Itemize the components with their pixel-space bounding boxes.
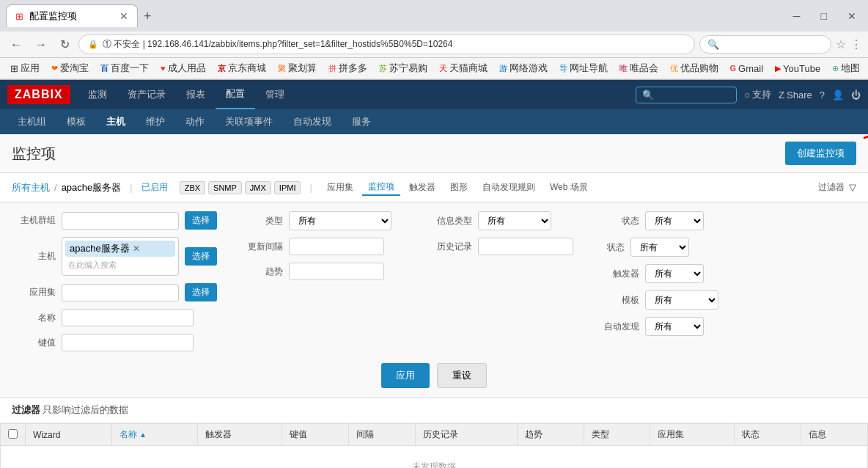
trigger-val-select[interactable]: 所有 [645, 264, 704, 283]
update-interval-input[interactable] [289, 238, 384, 255]
col-info[interactable]: 信息 [801, 424, 868, 446]
col-interval[interactable]: 间隔 [348, 424, 415, 446]
bookmark-baidu[interactable]: 百 百度一下 [96, 60, 153, 76]
col-keyval[interactable]: 键值 [282, 424, 349, 446]
col-wizard[interactable]: Wizard [26, 424, 112, 446]
type-select[interactable]: 所有 [289, 211, 391, 230]
reload-btn[interactable]: ↻ [56, 36, 74, 53]
topnav-item-config[interactable]: 配置 [216, 80, 255, 109]
appset-select-btn[interactable]: 选择 [185, 283, 217, 301]
bookmark-youpin[interactable]: 优 优品购物 [666, 60, 723, 76]
bookmark-label: 苏宁易购 [389, 62, 427, 75]
col-status[interactable]: 状态 [735, 424, 801, 446]
filter-toggle-icon[interactable]: ▽ [849, 182, 856, 193]
subnav-templates[interactable]: 模板 [56, 109, 96, 134]
subnav-maintenance[interactable]: 维护 [136, 109, 175, 134]
filter-action-row: 应用 重设 [12, 363, 856, 388]
filter-tab-ipmi[interactable]: IPMI [274, 181, 301, 194]
topnav-item-admin[interactable]: 管理 [255, 80, 295, 109]
bookmark-juhuasuan[interactable]: 聚 聚划算 [273, 60, 321, 76]
help-icon[interactable]: ? [820, 89, 825, 100]
maximize-btn[interactable]: □ [815, 9, 833, 23]
minimize-btn[interactable]: ─ [787, 9, 806, 23]
bookmark-map[interactable]: ⊕ 地图 [828, 60, 864, 76]
host-tag-close[interactable]: ✕ [133, 244, 140, 254]
browser-search-box[interactable]: 🔍 [699, 35, 831, 54]
trigger-select[interactable]: 所有 [630, 238, 689, 257]
history-input[interactable] [478, 238, 573, 255]
subnav-hostgroups[interactable]: 主机组 [7, 109, 56, 134]
topnav-item-monitoring[interactable]: 监测 [78, 80, 117, 109]
col-history[interactable]: 历史记录 [415, 424, 517, 446]
bookmark-adult[interactable]: ♥ 成人用品 [156, 60, 210, 76]
zabbix-logo[interactable]: ZABBIX [7, 85, 70, 104]
template-select[interactable]: 所有 [645, 290, 718, 310]
subnav-actions[interactable]: 动作 [175, 109, 215, 134]
status-select[interactable]: 所有 [645, 211, 704, 230]
breadcrumb-home[interactable]: 所有主机 [12, 181, 50, 194]
autodiscovery-select[interactable]: 所有 [645, 317, 704, 336]
appset-input[interactable] [62, 284, 179, 301]
col-name[interactable]: 名称 ▲ [111, 424, 198, 446]
bookmark-tmall[interactable]: 天 天猫商城 [435, 60, 492, 76]
subnav-autodiscovery[interactable]: 自动发现 [283, 109, 342, 134]
close-btn[interactable]: ✕ [842, 9, 862, 23]
topnav-search-input[interactable] [657, 89, 730, 100]
bookmark-jd[interactable]: 京 京东商城 [213, 60, 271, 76]
forward-btn[interactable]: → [31, 37, 51, 53]
back-btn[interactable]: ← [6, 37, 26, 53]
topnav-search-box[interactable]: 🔍 [636, 87, 737, 103]
nav-tab-autodiscovery-rules[interactable]: 自动发现规则 [477, 180, 541, 195]
col-appset[interactable]: 应用集 [650, 424, 735, 446]
subnav-services[interactable]: 服务 [342, 109, 381, 134]
nav-tab-web-scenes[interactable]: Web 场景 [544, 180, 594, 195]
host-group-input[interactable] [62, 212, 179, 230]
col-trend[interactable]: 趋势 [517, 424, 584, 446]
bookmark-aitaobao[interactable]: ❤ 爱淘宝 [47, 60, 93, 76]
share-btn[interactable]: Z Share [779, 89, 812, 100]
col-type[interactable]: 类型 [584, 424, 650, 446]
topnav-item-reports[interactable]: 报表 [176, 80, 216, 109]
host-select-btn[interactable]: 选择 [185, 247, 217, 266]
topnav-item-assets[interactable]: 资产记录 [117, 80, 176, 109]
subnav-hosts[interactable]: 主机 [96, 109, 136, 134]
filter-tab-jmx[interactable]: JMX [245, 181, 271, 194]
bookmark-youtube[interactable]: ▶ YouTube [770, 62, 825, 76]
tab-close-btn[interactable]: ✕ [119, 10, 128, 22]
reset-btn[interactable]: 重设 [437, 363, 487, 388]
apply-btn[interactable]: 应用 [381, 363, 430, 388]
status-tab-enabled[interactable]: 已启用 [141, 181, 168, 194]
filter-tab-snmp[interactable]: SNMP [208, 181, 242, 194]
bookmark-game[interactable]: 游 网络游戏 [495, 60, 552, 76]
nav-tab-triggers[interactable]: 触发器 [403, 180, 441, 195]
select-all-checkbox[interactable] [8, 429, 18, 439]
menu-icon[interactable]: ⋮ [850, 37, 862, 51]
support-btn[interactable]: ○ 支持 [744, 88, 771, 101]
info-type-select[interactable]: 所有 [478, 211, 551, 230]
name-input[interactable] [62, 309, 194, 326]
host-group-select-btn[interactable]: 选择 [185, 211, 217, 230]
power-icon[interactable]: ⏻ [851, 89, 861, 100]
nav-tab-appset[interactable]: 应用集 [321, 180, 359, 195]
bookmark-suning[interactable]: 苏 苏宁易购 [375, 60, 432, 76]
keyval-input[interactable] [62, 334, 194, 351]
filter-tab-zbx[interactable]: ZBX [180, 181, 205, 194]
col-checkbox[interactable] [1, 424, 26, 446]
address-bar[interactable]: 🔒 ① 不安全 | 192.168.46.141/zabbix/items.ph… [78, 34, 695, 54]
bookmark-vip[interactable]: 唯 唯品会 [615, 60, 663, 76]
trend-input[interactable] [289, 263, 384, 280]
new-tab-btn[interactable]: + [138, 6, 158, 27]
active-tab[interactable]: ⊞ 配置监控项 ✕ [6, 4, 138, 27]
bookmark-gmail[interactable]: G Gmail [726, 62, 768, 76]
nav-tab-monitor-items[interactable]: 监控项 [362, 179, 400, 196]
browser-search-input[interactable] [722, 40, 810, 50]
create-monitor-btn[interactable]: 创建监控项 [785, 142, 856, 165]
subnav-correlation[interactable]: 关联项事件 [215, 109, 283, 134]
bookmark-apps[interactable]: ⊞ 应用 [6, 60, 44, 76]
bookmark-star-icon[interactable]: ☆ [836, 37, 846, 51]
bookmark-nav[interactable]: 导 网址导航 [555, 60, 612, 76]
col-triggers[interactable]: 触发器 [198, 424, 282, 446]
user-icon[interactable]: 👤 [832, 89, 844, 100]
nav-tab-graphs[interactable]: 图形 [444, 180, 474, 195]
bookmark-pdd[interactable]: 拼 拼多多 [324, 60, 372, 76]
